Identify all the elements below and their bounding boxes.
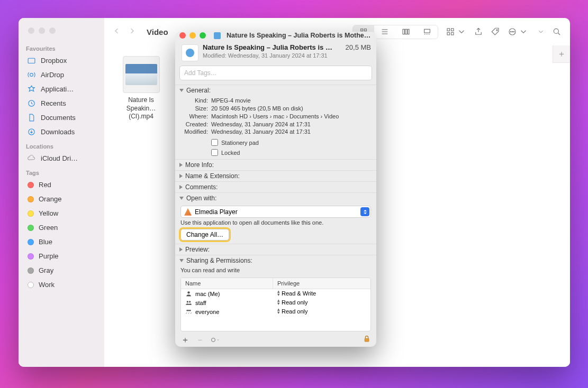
open-with-value: Elmedia Player [195,208,238,216]
sidebar-item-downloads[interactable]: Downloads [25,125,104,139]
sidebar-item-icloud[interactable]: iCloud Dri… [25,151,104,165]
actions-menu[interactable] [508,27,528,36]
locked-label: Locked [221,150,240,156]
group-menu[interactable] [446,27,466,36]
tag-label: Purple [39,252,59,260]
close-dim-icon[interactable] [28,27,34,34]
open-with-disclosure[interactable]: Open with: [175,193,376,204]
applications-icon [26,85,36,94]
where-label: Where: [180,113,208,121]
list-view-button[interactable] [374,25,395,39]
min-dim-icon[interactable] [39,27,45,34]
name-ext-disclosure[interactable]: Name & Extension: [175,171,376,181]
perm-priv: Read only [282,309,308,315]
perm-head-name: Name [181,278,273,289]
zoom-icon[interactable] [200,32,206,39]
open-with-select[interactable]: Elmedia Player [180,206,371,218]
info-titlebar[interactable]: Nature Is Speaking – Julia Roberts is Mo… [175,32,376,39]
open-with-hint: Use this application to open all documen… [180,219,371,226]
table-row[interactable]: everyone▴▾Read only [181,307,370,316]
sidebar-item-applications[interactable]: Applicati… [25,82,104,96]
back-button[interactable] [113,27,121,37]
sharing-disclosure[interactable]: Sharing & Permissions: [175,255,376,266]
add-button[interactable]: ＋ [180,335,190,345]
chevron-right-icon [179,163,183,167]
general-disclosure[interactable]: General: [175,85,376,96]
new-tab-button[interactable]: ＋ [553,45,570,63]
svg-rect-4 [361,29,363,31]
tag-gray[interactable]: Gray [25,263,104,278]
search-button[interactable] [552,27,562,36]
table-row[interactable]: mac (Me)▴▾Read & Write [181,289,370,298]
svg-rect-5 [364,29,366,31]
sidebar-item-label: AirDrop [41,71,64,79]
modified-value: Wednesday, 31 January 2024 at 17:31 [228,52,328,59]
group-icon [185,299,192,306]
file-item[interactable]: Nature Is Speakin…(CI).mp4 [117,56,165,121]
doc-proxy-icon [214,32,221,39]
svg-rect-8 [403,29,404,34]
svg-rect-13 [451,29,454,31]
action-menu-button[interactable] [210,335,220,345]
tags-button[interactable] [491,27,500,36]
tag-dot-icon [28,225,34,231]
column-view-button[interactable] [395,25,417,39]
close-icon[interactable] [179,32,186,39]
window-controls[interactable] [25,23,104,41]
max-dim-icon[interactable] [49,27,56,34]
tag-orange[interactable]: Orange [25,192,104,206]
permissions-footer: ＋ － [175,331,376,347]
locked-checkbox[interactable]: Locked [211,149,371,156]
cloud-icon [26,154,36,163]
general-section: General: Kind:MPEG-4 movie Size:20 509 4… [175,85,376,159]
preview-label: Preview: [185,246,210,253]
perm-priv: Read only [282,300,308,306]
remove-button[interactable]: － [195,335,205,345]
forward-button[interactable] [128,27,136,37]
sidebar-item-label: Dropbox [41,57,67,64]
overflow-menu[interactable] [536,28,545,35]
sidebar-item-dropbox[interactable]: Dropbox [25,53,104,68]
svg-rect-15 [451,33,454,35]
tag-green[interactable]: Green [25,220,104,235]
tag-work[interactable]: Work [25,278,104,292]
sidebar-item-documents[interactable]: Documents [25,110,104,125]
stepper-icon[interactable] [360,207,369,216]
tag-label: Orange [39,195,61,203]
get-info-window: Nature Is Speaking – Julia Roberts is Mo… [175,32,376,347]
table-row[interactable]: staff▴▾Read only [181,298,370,307]
stationery-label: Stationery pad [221,140,259,146]
perm-head-priv: Privilege [273,278,370,289]
perm-priv: Read & Write [282,291,316,297]
change-all-button[interactable]: Change All… [180,229,229,241]
sidebar-item-recents[interactable]: Recents [25,96,104,110]
gallery-view-button[interactable] [417,25,438,39]
tag-purple[interactable]: Purple [25,249,104,263]
svg-point-1 [30,73,33,77]
minimize-icon[interactable] [189,32,196,39]
sidebar-item-label: Downloads [41,128,75,136]
tags-input[interactable]: Add Tags… [179,66,372,80]
tag-red[interactable]: Red [25,178,104,192]
tag-blue[interactable]: Blue [25,235,104,249]
share-button[interactable] [474,27,483,36]
info-window-title: Nature Is Speaking – Julia Roberts is Mo… [227,32,372,39]
chevron-down-icon [179,259,184,262]
perm-name: everyone [195,309,219,315]
info-file-size: 20,5 MB [346,43,371,51]
more-info-disclosure[interactable]: More Info: [175,160,376,170]
chevron-right-icon [179,174,183,178]
tag-dot-icon [28,210,34,217]
tag-label: Green [39,224,58,232]
sidebar-item-airdrop[interactable]: AirDrop [25,68,104,82]
stationery-checkbox[interactable]: Stationery pad [211,139,371,146]
tag-dot-icon [28,267,34,274]
preview-disclosure[interactable]: Preview: [175,244,376,255]
tag-label: Red [39,181,51,189]
tag-label: Yellow [39,209,58,217]
kind-label: Kind: [180,97,208,105]
lock-icon[interactable] [363,335,371,345]
comments-disclosure[interactable]: Comments: [175,182,376,192]
tag-yellow[interactable]: Yellow [25,206,104,220]
sidebar-item-label: Recents [41,99,66,107]
